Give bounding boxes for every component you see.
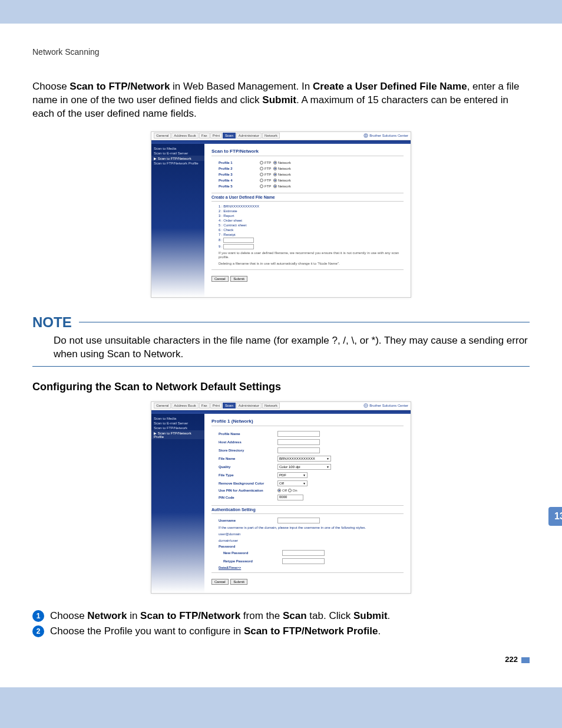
radio-network[interactable] [273,167,277,170]
radio-ftp[interactable] [260,179,263,182]
sidebar-item-scan-to-media[interactable]: Scan to Media [151,146,204,151]
auth-note: If the username is part of the domain, p… [211,525,404,531]
sidebar-item-scan-to-ftp-network[interactable]: Scan to FTP/Network [151,426,204,430]
text: . [388,610,391,621]
tab-scan[interactable]: Scan [223,133,236,139]
radio-network[interactable] [273,173,277,176]
filename-row: 8 : [211,237,404,243]
text: in Web Based Management. In [170,81,313,92]
main-panel: Profile 1 (Network) Profile Name Host Ad… [204,414,411,594]
hint-text: If you want to delete a user defined fil… [211,250,404,261]
radio-network[interactable] [273,161,277,164]
radio-label: Network [278,185,291,188]
file-type-select[interactable]: PDF▼ [277,472,308,478]
datetime-link[interactable]: Date&Time>> [211,565,404,570]
filename-row: 7 : Receipt [211,232,404,237]
file-name-select[interactable]: BRNXXXXXXXXXXXX▼ [277,456,331,462]
rbg-select[interactable]: Off▼ [277,480,308,486]
retype-password-input[interactable] [282,558,325,564]
filename-row: 4 : Order sheet [211,218,404,223]
sidebar-item-scan-to-ftp-network[interactable]: ▶ Scan to FTP/Network [151,156,204,161]
tab-addressbook[interactable]: Address Book [171,403,198,409]
text: from the [240,610,283,621]
radio-ftp[interactable] [260,167,263,170]
tab-print[interactable]: Print [210,133,222,139]
radio-network[interactable] [273,185,277,188]
radio-label: Network [278,173,291,176]
radio-ftp[interactable] [260,161,263,164]
radio-ftp[interactable] [260,185,263,188]
label: PIN Code [219,496,277,499]
tab-fax[interactable]: Fax [199,403,210,409]
tab-general[interactable]: General [154,133,171,139]
submit-button[interactable]: Submit [230,276,247,282]
tab-administrator[interactable]: Administrator [236,133,262,139]
radio-pin-off[interactable] [277,489,281,492]
chevron-down-icon: ▼ [326,457,329,460]
host-address-input[interactable] [277,439,320,445]
store-dir-input[interactable] [277,447,320,453]
intro-paragraph: Choose Scan to FTP/Network in Web Based … [32,80,530,121]
cancel-button[interactable]: Cancel [211,579,229,585]
pin-code-input[interactable]: 0000 [277,495,303,500]
label: Store Directory [219,449,277,452]
radio-label: Network [278,167,291,170]
text-bold: Create a User Defined File Name [313,81,467,92]
filename-input-9[interactable] [223,244,254,249]
sidebar-item-scan-to-email[interactable]: Scan to E-mail Server [151,151,204,156]
step-bullet-2: 2 [32,625,44,637]
sidebar-item-scan-to-media[interactable]: Scan to Media [151,416,204,421]
label: Use PIN for Authentication [219,489,277,492]
submit-button[interactable]: Submit [230,579,247,585]
value: BRNXXXXXXXXXXXX [279,457,315,460]
radio-label: FTP [265,167,271,170]
tab-network[interactable]: Network [262,403,280,409]
text: Choose the Profile you want to configure… [50,625,244,637]
filename-input-8[interactable] [223,238,254,243]
cancel-button[interactable]: Cancel [211,276,229,282]
text-bold: Submit [262,94,296,106]
radio-label: Network [278,179,291,182]
text: tab. Click [307,610,353,621]
profile-label: Profile 1 [211,161,260,164]
note-block: NOTE Do not use unsuitable characters in… [32,314,530,367]
logo-text: Brother Solutions Center [369,404,408,407]
text: Choose [50,610,87,621]
auth-title: Authentication Setting [211,505,404,514]
text-bold: Scan [283,610,307,621]
rule [79,322,530,322]
new-password-input[interactable] [282,550,325,556]
sidebar-item-scan-to-ftp-network-profile[interactable]: ▶ Scan to FTP/Network Profile [151,430,204,439]
radio-label: FTP [265,161,271,164]
text-bold: Network [87,610,127,621]
label: New Password [219,551,282,555]
tab-network[interactable]: Network [262,133,280,139]
radio-pin-on[interactable] [288,489,292,492]
text: Choose [32,81,70,92]
chapter-tab: 13 [548,507,562,526]
tab-addressbook[interactable]: Address Book [171,133,198,139]
auth-example: domain\user [211,538,404,544]
tab-fax[interactable]: Fax [199,133,210,139]
quality-select[interactable]: Color 100 dpi▼ [277,464,331,470]
globe-icon [363,133,368,138]
label: Retype Password [219,559,282,563]
tab-scan[interactable]: Scan [223,403,236,409]
page-number-text: 222 [505,655,518,664]
radio-label: FTP [265,179,271,182]
tab-general[interactable]: General [154,403,171,409]
chevron-down-icon: ▼ [303,482,306,485]
radio-label: Network [278,161,291,164]
note-title: NOTE [32,314,72,331]
radio-network[interactable] [273,179,277,182]
username-input[interactable] [277,518,320,523]
filename-row: 6 : Check [211,228,404,232]
profile-name-input[interactable] [277,431,320,437]
page-number: 222 [32,655,530,664]
sidebar-item-scan-to-ftp-network-profile[interactable]: Scan to FTP/Network Profile [151,161,204,166]
tab-print[interactable]: Print [210,403,222,409]
auth-example: user@domain [211,531,404,538]
sidebar-item-scan-to-email[interactable]: Scan to E-mail Server [151,421,204,426]
radio-ftp[interactable] [260,173,263,176]
tab-administrator[interactable]: Administrator [236,403,262,409]
